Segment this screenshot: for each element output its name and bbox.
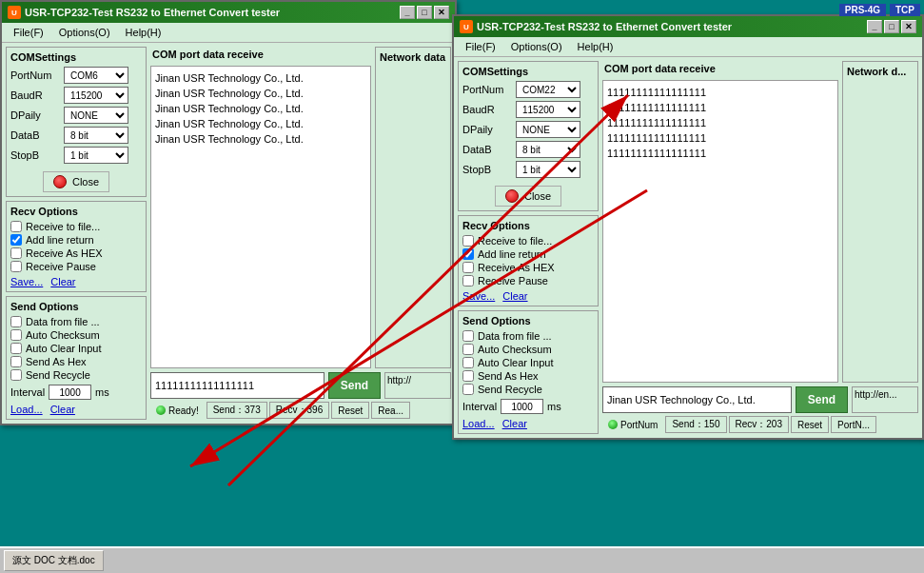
interval-label-2: Interval bbox=[462, 401, 497, 412]
auto-clear-label-1: Auto Clear Input bbox=[26, 343, 102, 354]
minimize-btn-1[interactable]: _ bbox=[400, 6, 415, 19]
menu-help-2[interactable]: Help(H) bbox=[570, 39, 621, 54]
recv-hex-check-2[interactable] bbox=[462, 262, 474, 273]
menu-options-1[interactable]: Options(O) bbox=[51, 25, 118, 40]
send-recycle-check-1[interactable] bbox=[10, 369, 22, 381]
stopb-row-1: StopB 1 bit bbox=[10, 147, 142, 164]
auto-checksum-check-2[interactable] bbox=[462, 344, 474, 355]
title-bar-1[interactable]: U USR-TCP232-Test RS232 to Ethernet Conv… bbox=[2, 2, 455, 23]
title-bar-left-2: U USR-TCP232-Test RS232 to Ethernet Conv… bbox=[460, 20, 732, 33]
save-button-2[interactable]: Save... bbox=[462, 290, 495, 302]
recv-pause-check-1[interactable] bbox=[10, 261, 22, 272]
recv-links-1: Save... Clear bbox=[10, 276, 142, 287]
ready-label-1: Ready! bbox=[168, 405, 199, 416]
portnum-select-1[interactable]: COM6 bbox=[64, 67, 128, 84]
recv-file-label-1: Receive to file... bbox=[26, 221, 100, 232]
send-button-2[interactable]: Send bbox=[796, 386, 848, 413]
left-panel-2: COMSettings PortNum COM22 BaudR 115200 bbox=[458, 61, 599, 434]
data-file-check-2[interactable] bbox=[462, 330, 474, 342]
menu-options-2[interactable]: Options(O) bbox=[503, 39, 570, 54]
send-input-2[interactable] bbox=[602, 386, 792, 413]
send-hex-row-2: Send As Hex bbox=[462, 370, 594, 382]
data-file-row-1: Data from file ... bbox=[10, 316, 142, 327]
load-button-2[interactable]: Load... bbox=[462, 418, 495, 429]
main-content-2: COMSettings PortNum COM22 BaudR 115200 bbox=[458, 61, 918, 434]
ready-status-1: Ready! bbox=[150, 405, 205, 417]
send-area-1: Send http:// bbox=[150, 372, 451, 399]
dpaily-select-2[interactable]: NONE bbox=[516, 121, 580, 138]
reset-button-1[interactable]: Reset bbox=[331, 402, 369, 419]
data-line-4-1: Jinan USR Technology Co., Ltd. bbox=[155, 116, 366, 131]
title-bar-left-1: U USR-TCP232-Test RS232 to Ethernet Conv… bbox=[8, 6, 280, 19]
clear-recv-button-1[interactable]: Clear bbox=[50, 276, 75, 287]
stopb-select-1[interactable]: 1 bit bbox=[64, 147, 128, 164]
maximize-btn-1[interactable]: □ bbox=[417, 6, 432, 19]
recv-hex-check-1[interactable] bbox=[10, 247, 22, 259]
portnum-select-2[interactable]: COM22 bbox=[516, 81, 580, 98]
interval-input-2[interactable] bbox=[501, 399, 543, 414]
load-button-1[interactable]: Load... bbox=[10, 404, 43, 415]
send-button-1[interactable]: Send bbox=[328, 372, 381, 399]
reset-button-2[interactable]: Reset bbox=[791, 416, 829, 433]
send-options-2: Send Options Data from file ... Auto Che… bbox=[458, 310, 599, 434]
send-recycle-row-2: Send Recycle bbox=[462, 384, 594, 395]
datab-select-2[interactable]: 8 bit bbox=[516, 141, 580, 158]
add-line-check-2[interactable] bbox=[462, 248, 474, 260]
clear-send-button-1[interactable]: Clear bbox=[50, 404, 75, 415]
data-line-5-1: Jinan USR Technology Co., Ltd. bbox=[155, 131, 366, 147]
network-panel-2: Network d... bbox=[842, 61, 918, 383]
close-button-1[interactable]: Close bbox=[43, 171, 109, 192]
data-file-check-1[interactable] bbox=[10, 316, 22, 327]
menu-file-1[interactable]: File(F) bbox=[6, 25, 51, 40]
data-panels-2: COM port data receive 11111111111111111 … bbox=[602, 61, 918, 383]
recv-file-check-2[interactable] bbox=[462, 235, 474, 247]
portnum-status-2: PortN... bbox=[831, 416, 876, 433]
recv-options-1: Recv Options Receive to file... Add line… bbox=[6, 201, 147, 292]
auto-clear-check-1[interactable] bbox=[10, 343, 22, 354]
com-data-title-1: COM port data receive bbox=[150, 47, 371, 62]
baudr-label-1: BaudR bbox=[10, 89, 60, 101]
window-1: U USR-TCP232-Test RS232 to Ethernet Conv… bbox=[0, 0, 457, 425]
baudr-row-2: BaudR 115200 bbox=[462, 101, 594, 118]
add-line-check-1[interactable] bbox=[10, 234, 22, 246]
stopb-label-2: StopB bbox=[462, 164, 512, 175]
datab-select-1[interactable]: 8 bit bbox=[64, 127, 128, 144]
auto-checksum-check-1[interactable] bbox=[10, 329, 22, 341]
menu-help-1[interactable]: Help(H) bbox=[118, 25, 169, 40]
close-btn-2[interactable]: ✕ bbox=[901, 20, 916, 33]
send-hex-check-2[interactable] bbox=[462, 370, 474, 382]
close-button-2[interactable]: Close bbox=[495, 186, 561, 207]
baudr-select-2[interactable]: 115200 bbox=[516, 101, 580, 118]
clear-recv-button-2[interactable]: Clear bbox=[502, 290, 527, 302]
send-input-1[interactable] bbox=[150, 372, 324, 399]
data-file-label-2: Data from file ... bbox=[478, 330, 552, 342]
minimize-btn-2[interactable]: _ bbox=[867, 20, 882, 33]
recv-pause-label-1: Receive Pause bbox=[26, 261, 96, 272]
app-icon-2: U bbox=[460, 20, 473, 33]
left-panel-1: COMSettings PortNum COM6 BaudR 115200 bbox=[6, 47, 147, 420]
title-bar-2[interactable]: U USR-TCP232-Test RS232 to Ethernet Conv… bbox=[454, 16, 922, 37]
close-dot-2 bbox=[505, 189, 519, 203]
close-btn-1[interactable]: ✕ bbox=[434, 6, 449, 19]
taskbar-item-doc[interactable]: 源文 DOC 文档.doc bbox=[4, 550, 104, 571]
dpaily-select-1[interactable]: NONE bbox=[64, 107, 128, 124]
menu-file-2[interactable]: File(F) bbox=[458, 39, 503, 54]
auto-checksum-row-2: Auto Checksum bbox=[462, 344, 594, 355]
clear-send-button-2[interactable]: Clear bbox=[502, 418, 527, 429]
maximize-btn-2[interactable]: □ bbox=[884, 20, 899, 33]
data-file-label-1: Data from file ... bbox=[26, 316, 100, 327]
auto-clear-check-2[interactable] bbox=[462, 357, 474, 368]
recv-pause-check-2[interactable] bbox=[462, 275, 474, 286]
data-line-1-1: Jinan USR Technology Co., Ltd. bbox=[155, 70, 366, 86]
save-button-1[interactable]: Save... bbox=[10, 276, 43, 287]
stopb-select-2[interactable]: 1 bit bbox=[516, 161, 580, 178]
interval-input-1[interactable] bbox=[49, 385, 91, 400]
send-hex-check-1[interactable] bbox=[10, 356, 22, 367]
send-recycle-check-2[interactable] bbox=[462, 384, 474, 395]
baudr-select-1[interactable]: 115200 bbox=[64, 87, 128, 104]
tcp-badge-label: TCP bbox=[890, 4, 920, 16]
close-dot-1 bbox=[53, 175, 67, 188]
recv-status-2: Recv：203 bbox=[729, 416, 789, 433]
title-controls-1: _ □ ✕ bbox=[400, 6, 449, 19]
recv-file-check-1[interactable] bbox=[10, 221, 22, 232]
